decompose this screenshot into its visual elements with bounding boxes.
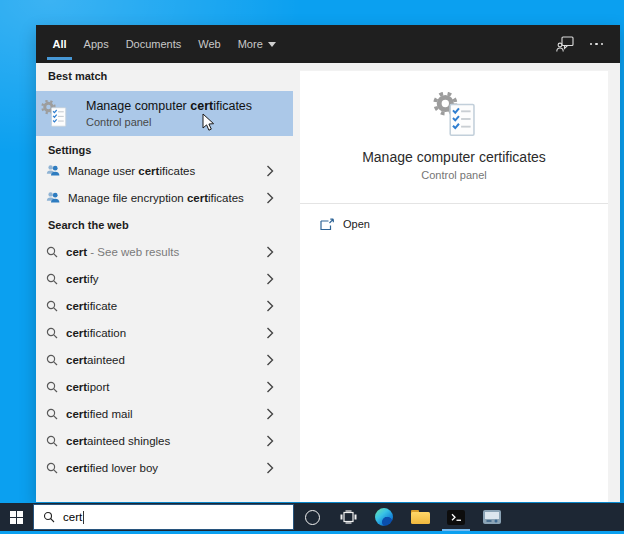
search-icon xyxy=(46,408,58,420)
chevron-down-icon xyxy=(268,42,276,47)
taskbar-search-value: cert xyxy=(63,511,82,523)
desktop: { "colors": { "wallpaper": "#0ba0f0", "w… xyxy=(0,0,624,534)
chevron-right-icon[interactable] xyxy=(266,246,274,258)
search-icon xyxy=(43,511,55,523)
section-label-search-web: Search the web xyxy=(36,218,293,232)
search-window: All Apps Documents Web More Best match xyxy=(36,25,620,502)
web-suggestion-row[interactable]: certainteed shingles xyxy=(36,427,293,454)
taskbar: cert xyxy=(0,503,624,531)
web-suggestion-row[interactable]: certainteed xyxy=(36,346,293,373)
section-label-settings: Settings xyxy=(36,143,293,157)
task-view-icon xyxy=(340,510,357,524)
chevron-right-icon[interactable] xyxy=(266,300,274,312)
chevron-right-icon[interactable] xyxy=(266,165,274,177)
text-caret xyxy=(83,511,84,524)
feedback-icon[interactable] xyxy=(556,36,574,52)
chevron-right-icon[interactable] xyxy=(266,381,274,393)
tab-more[interactable]: More xyxy=(229,25,284,63)
section-label-best-match: Best match xyxy=(36,69,293,83)
file-explorer-button[interactable] xyxy=(402,503,438,531)
search-icon xyxy=(46,354,58,366)
settings-result-row[interactable]: Manage file encryption certificates xyxy=(36,184,293,211)
edge-icon xyxy=(375,508,393,526)
chevron-right-icon[interactable] xyxy=(266,462,274,474)
app-icon xyxy=(483,510,501,524)
taskbar-search-box[interactable]: cert xyxy=(33,504,294,530)
windows-logo-icon xyxy=(10,511,23,524)
tab-documents[interactable]: Documents xyxy=(117,25,190,63)
settings-result-row[interactable]: Manage user certificates xyxy=(36,157,293,184)
web-results: cert - See web results certify xyxy=(36,238,293,481)
app-button[interactable] xyxy=(474,503,510,531)
chevron-right-icon[interactable] xyxy=(266,435,274,447)
task-view-button[interactable] xyxy=(330,503,366,531)
best-match-result[interactable]: Manage computer certificates Control pan… xyxy=(36,91,293,136)
preview-title: Manage computer certificates xyxy=(300,149,608,165)
web-suggestion-row[interactable]: certify xyxy=(36,265,293,292)
tab-web[interactable]: Web xyxy=(190,25,229,63)
search-icon xyxy=(46,327,58,339)
chevron-right-icon[interactable] xyxy=(266,327,274,339)
open-icon xyxy=(320,218,334,231)
web-suggestion-row[interactable]: certification xyxy=(36,319,293,346)
search-icon xyxy=(46,246,58,258)
active-app-indicator xyxy=(442,529,470,531)
search-icon xyxy=(46,435,58,447)
preview-subtitle: Control panel xyxy=(300,169,608,181)
start-button[interactable] xyxy=(0,503,33,531)
web-suggestion-row[interactable]: certified mail xyxy=(36,400,293,427)
search-icon xyxy=(46,462,58,474)
web-suggestion-row[interactable]: certified lover boy xyxy=(36,454,293,481)
chevron-right-icon[interactable] xyxy=(266,354,274,366)
user-certificate-icon xyxy=(46,191,60,204)
search-icon xyxy=(46,273,58,285)
command-prompt-icon xyxy=(447,510,465,525)
user-certificate-icon xyxy=(46,164,60,177)
search-icon xyxy=(46,300,58,312)
search-icon xyxy=(46,381,58,393)
results-pane: Best match Manage computer certificates … xyxy=(36,63,293,502)
chevron-right-icon[interactable] xyxy=(266,408,274,420)
best-match-subtitle: Control panel xyxy=(86,115,252,129)
cortana-button[interactable] xyxy=(294,503,330,531)
best-match-title: Manage computer certificates xyxy=(86,98,252,114)
edge-button[interactable] xyxy=(366,503,402,531)
ellipsis-menu-icon[interactable] xyxy=(590,43,604,46)
command-prompt-button[interactable] xyxy=(438,503,474,531)
chevron-right-icon[interactable] xyxy=(266,273,274,285)
tab-apps[interactable]: Apps xyxy=(75,25,117,63)
tab-all[interactable]: All xyxy=(44,25,75,63)
certificates-icon xyxy=(41,100,67,128)
search-filter-bar: All Apps Documents Web More xyxy=(36,25,620,63)
settings-results: Manage user certificates Manage file enc… xyxy=(36,157,293,211)
chevron-right-icon[interactable] xyxy=(266,192,274,204)
web-suggestion-row[interactable]: cert - See web results xyxy=(36,238,293,265)
preview-pane: Manage computer certificates Control pan… xyxy=(300,71,608,502)
mouse-cursor xyxy=(202,113,215,132)
web-suggestion-row[interactable]: certiport xyxy=(36,373,293,400)
open-action[interactable]: Open xyxy=(300,204,608,244)
certificates-icon-large xyxy=(433,92,476,138)
cortana-icon xyxy=(305,510,320,525)
file-explorer-icon xyxy=(411,510,430,524)
web-suggestion-row[interactable]: certificate xyxy=(36,292,293,319)
